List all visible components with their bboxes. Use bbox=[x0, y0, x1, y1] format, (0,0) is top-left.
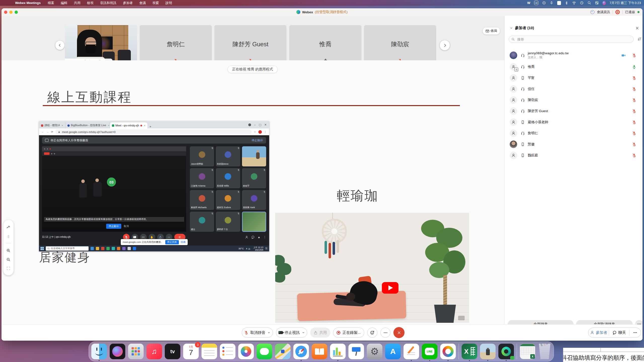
close-window-button[interactable] bbox=[4, 11, 7, 14]
participant-row[interactable]: 芊甯 bbox=[505, 72, 642, 83]
bluetooth-icon[interactable] bbox=[565, 1, 568, 5]
chevron-down-icon[interactable] bbox=[302, 331, 305, 334]
new-tab-button[interactable]: + bbox=[149, 125, 151, 128]
participant-search-input[interactable] bbox=[517, 37, 631, 41]
more-options-button[interactable] bbox=[380, 328, 390, 338]
minimize-window-button[interactable] bbox=[9, 11, 13, 14]
browser-window-controls[interactable]: −▢✕ bbox=[248, 121, 269, 128]
dock-music[interactable]: ♫ bbox=[146, 344, 162, 359]
menu-item[interactable]: 參加者 bbox=[123, 1, 133, 5]
participant-row[interactable]: 詹明仁 bbox=[505, 128, 642, 139]
browser-tab[interactable]: 課程 - 體育(4× bbox=[39, 122, 65, 128]
meet-activities-icon[interactable]: ▲ bbox=[258, 236, 260, 239]
muted-mic-icon[interactable] bbox=[632, 98, 636, 102]
tab-close-icon[interactable]: × bbox=[62, 124, 63, 127]
dock-tv[interactable]: tv bbox=[165, 344, 180, 359]
recording-button[interactable]: 正在錄製... bbox=[333, 328, 364, 338]
dock-system-preferences[interactable]: ⚙ bbox=[367, 344, 382, 359]
muted-mic-icon[interactable] bbox=[632, 131, 636, 135]
participant-row[interactable]: 信任 bbox=[505, 83, 642, 95]
windows-search-box[interactable]: 在這裡輸入文字來搜尋 bbox=[46, 246, 89, 251]
dock-messages[interactable] bbox=[257, 344, 272, 359]
dock-trash[interactable] bbox=[538, 344, 551, 359]
participant-row[interactable]: 魏鈺庭 bbox=[505, 150, 642, 161]
collapse-chevron-icon[interactable] bbox=[510, 26, 513, 30]
taskbar-app-icon[interactable] bbox=[91, 247, 94, 250]
filmstrip-prev-button[interactable] bbox=[55, 41, 64, 50]
fullscreen-icon[interactable] bbox=[7, 266, 10, 270]
muted-mic-icon[interactable] bbox=[632, 76, 636, 80]
taskbar-app-icon[interactable] bbox=[101, 247, 104, 250]
muted-mic-icon[interactable] bbox=[632, 53, 636, 57]
taskbar-app-icon[interactable] bbox=[133, 247, 136, 250]
menu-item[interactable]: 編輯 bbox=[61, 1, 67, 5]
participant-row[interactable]: 惟喬 bbox=[505, 61, 642, 72]
muted-mic-icon[interactable] bbox=[632, 120, 636, 124]
inner-cancel-button[interactable]: 取消 bbox=[124, 224, 129, 228]
video-tile[interactable]: 惟喬 bbox=[289, 25, 361, 65]
taskbar-tray-icons[interactable]: ∧ 🔈 bbox=[246, 247, 251, 250]
time-machine-icon[interactable] bbox=[580, 1, 584, 5]
dock-photo-file[interactable] bbox=[480, 344, 496, 359]
dock-pages[interactable] bbox=[404, 344, 419, 359]
annotate-icon[interactable] bbox=[6, 225, 11, 229]
video-tile[interactable]: 詹明仁 bbox=[140, 25, 212, 65]
participants-toggle-button[interactable]: 參加者 bbox=[588, 328, 609, 337]
stop-presenting-button[interactable]: 停止顯示 bbox=[252, 139, 263, 142]
browser-menu-icon[interactable]: ⋮ bbox=[264, 130, 267, 133]
taskbar-app-icon[interactable] bbox=[112, 247, 115, 250]
chat-toggle-button[interactable]: 聊天 bbox=[609, 328, 629, 337]
dock-webex[interactable] bbox=[498, 344, 514, 359]
participant-row[interactable]: 慧徽 bbox=[505, 139, 642, 150]
zoom-window-button[interactable] bbox=[15, 11, 18, 14]
dictation-icon[interactable] bbox=[550, 1, 553, 5]
menu-item[interactable]: 說明 bbox=[166, 1, 172, 5]
webex-status-icon[interactable]: W bbox=[527, 1, 530, 5]
browser-tab-active[interactable]: Meet - qrv-mhdq-xjh × bbox=[110, 122, 147, 128]
layout-button[interactable]: 佈局 bbox=[482, 27, 500, 35]
remote-control-icon[interactable] bbox=[6, 234, 11, 238]
menu-item[interactable]: 檔案 bbox=[48, 1, 54, 5]
dock-excel[interactable]: X bbox=[462, 344, 477, 359]
input-method-icon[interactable]: 注 bbox=[557, 1, 561, 5]
background-spreadsheet-window[interactable]: 科召協助填寫分享的順序，後面的三格是當天分 bbox=[563, 348, 644, 362]
dock-minimized-excel-window[interactable]: X bbox=[520, 344, 535, 359]
line-status-icon[interactable]: LINE bbox=[534, 1, 538, 5]
mic-on-icon[interactable] bbox=[632, 65, 636, 69]
taskbar-app-icon[interactable] bbox=[122, 247, 126, 250]
participant-row[interactable]: 葳格小張老師 bbox=[505, 117, 642, 128]
muted-mic-icon[interactable] bbox=[632, 153, 636, 157]
inner-stop-presenting-button[interactable]: 停止顯示 bbox=[106, 224, 121, 229]
leave-meeting-button[interactable] bbox=[393, 327, 405, 338]
zoom-in-icon[interactable] bbox=[6, 248, 11, 253]
video-tile[interactable]: 陳舒芳 Guest bbox=[214, 25, 287, 65]
panel-close-icon[interactable] bbox=[635, 26, 639, 30]
video-tile[interactable]: 陳劭宸 bbox=[364, 25, 436, 65]
dock-finder[interactable] bbox=[91, 344, 107, 359]
taskbar-ime[interactable]: 注 bbox=[265, 247, 268, 250]
dock-keynote[interactable] bbox=[348, 344, 364, 359]
menu-item[interactable]: 檢視 bbox=[87, 1, 94, 5]
taskbar-app-icon[interactable] bbox=[128, 247, 131, 250]
browser-profile-icon[interactable] bbox=[258, 130, 262, 134]
taskbar-app-icon[interactable] bbox=[106, 247, 110, 250]
taskbar-app-icon[interactable] bbox=[96, 247, 99, 250]
dock-notes[interactable] bbox=[202, 344, 217, 359]
dock-line[interactable] bbox=[422, 344, 437, 359]
participant-search[interactable] bbox=[509, 36, 634, 43]
spotlight-icon[interactable] bbox=[587, 1, 591, 5]
menu-item[interactable]: 視窗 bbox=[152, 1, 159, 5]
dock-launchpad[interactable] bbox=[128, 344, 144, 359]
video-on-icon[interactable] bbox=[621, 53, 626, 58]
forward-icon[interactable]: → bbox=[46, 130, 49, 133]
muted-mic-icon[interactable] bbox=[632, 142, 636, 146]
browser-tab[interactable]: BigBlueButton - 思恆教室 Live× bbox=[65, 122, 110, 128]
muted-mic-icon[interactable] bbox=[632, 87, 636, 91]
tab-close-icon[interactable]: × bbox=[108, 124, 109, 127]
participant-row[interactable]: 陳劭宸 bbox=[505, 95, 642, 106]
meet-chat-icon[interactable] bbox=[251, 236, 255, 239]
dock-numbers[interactable] bbox=[330, 344, 346, 359]
menu-app-name[interactable]: Webex Meetings bbox=[15, 1, 41, 5]
back-icon[interactable]: ← bbox=[42, 130, 44, 133]
url-field[interactable]: meet.google.com/qrv-mhdq-xjh?authuser=0 bbox=[55, 129, 252, 134]
